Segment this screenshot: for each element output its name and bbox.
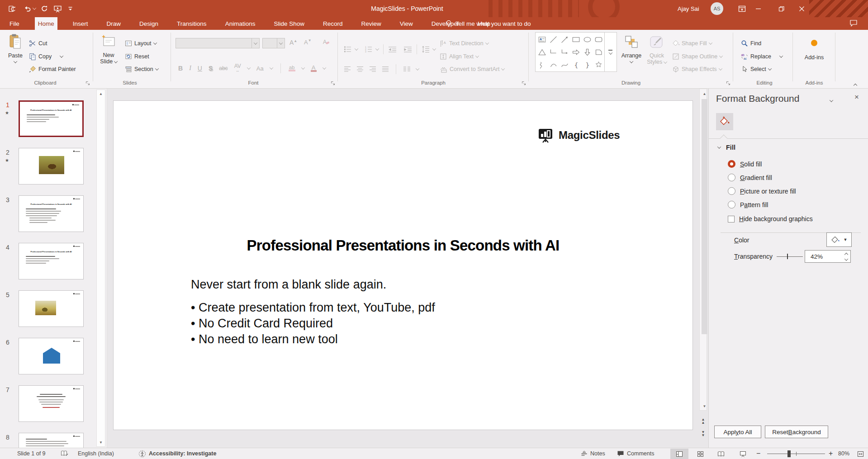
color-picker-button[interactable]: ▼ — [826, 232, 852, 247]
align-left-button[interactable] — [344, 66, 351, 72]
transparency-input[interactable]: 42% — [805, 250, 851, 263]
text-shadow-button[interactable]: S — [209, 65, 213, 72]
shape-left-brace-icon[interactable]: { — [570, 58, 582, 71]
shape-isosceles-triangle-icon[interactable] — [536, 46, 548, 58]
shape-scribble-icon[interactable] — [536, 58, 548, 71]
tab-view[interactable]: View — [397, 17, 416, 30]
paste-button[interactable]: Paste — [5, 32, 26, 63]
shape-right-brace-icon[interactable]: } — [582, 58, 593, 71]
shape-outline-button[interactable]: Shape Outline — [672, 53, 722, 60]
select-button[interactable]: Select — [741, 66, 771, 73]
tab-home[interactable]: Home — [35, 17, 57, 30]
scrollbar-thumb[interactable] — [702, 99, 707, 334]
shape-snip-corner-rectangle-icon[interactable] — [593, 46, 604, 58]
shape-arrow-icon[interactable] — [559, 33, 570, 46]
copy-button[interactable]: Copy — [29, 53, 63, 60]
find-button[interactable]: Find — [741, 40, 761, 47]
align-right-button[interactable] — [369, 66, 376, 72]
previous-slide-button[interactable]: ▲▲ — [699, 418, 707, 428]
zoom-slider[interactable] — [767, 448, 825, 459]
font-size-combo[interactable] — [262, 38, 285, 48]
next-slide-button[interactable]: ▼▼ — [699, 431, 707, 440]
tab-review[interactable]: Review — [358, 17, 384, 30]
shape-rounded-rectangle-icon[interactable] — [593, 33, 604, 46]
decrease-indent-button[interactable] — [388, 46, 397, 53]
language-indicator[interactable]: English (India) — [78, 448, 114, 459]
slideshow-view-button[interactable] — [734, 449, 752, 459]
replace-button[interactable]: abac Replace — [741, 53, 783, 60]
fill-tab[interactable] — [716, 113, 733, 130]
scrollbar-track[interactable]: ▲ ▼ — [699, 89, 707, 411]
hide-background-graphics-checkbox[interactable]: Hide background graphics — [728, 215, 813, 222]
zoom-level[interactable]: 80% — [838, 448, 849, 459]
shape-elbow-connector-icon[interactable] — [548, 46, 559, 58]
save-button[interactable] — [6, 3, 17, 14]
tell-me-search[interactable]: Tell me what you want to do — [446, 17, 531, 30]
align-center-button[interactable] — [356, 66, 364, 72]
tab-animations[interactable]: Animations — [222, 17, 259, 30]
numbering-button[interactable]: 123 — [365, 46, 373, 53]
bold-button[interactable]: B — [178, 65, 183, 72]
transparency-slider[interactable] — [777, 256, 803, 257]
scroll-down-button[interactable]: ▼ — [701, 402, 708, 410]
tab-design[interactable]: Design — [136, 17, 161, 30]
fill-option-gradient-fill[interactable]: Gradient fill — [728, 174, 772, 181]
reset-background-button[interactable]: Reset Background — [765, 426, 828, 438]
slide-thumbnail-5[interactable] — [19, 290, 84, 327]
section-button[interactable]: Section — [125, 66, 158, 73]
shape-star-icon[interactable] — [593, 58, 604, 71]
paragraph-dialog-launcher[interactable] — [521, 80, 526, 86]
reset-button[interactable]: Reset — [125, 53, 149, 60]
font-name-combo[interactable] — [175, 38, 260, 48]
comments-button[interactable]: Comments — [617, 448, 654, 459]
accessibility-button[interactable]: Accessibility: Investigate — [138, 448, 216, 459]
font-dialog-launcher[interactable] — [330, 80, 336, 86]
minimize-button[interactable] — [748, 0, 768, 17]
fill-option-picture-or-texture-fill[interactable]: Picture or texture fill — [728, 187, 796, 195]
account-name[interactable]: Ajay Sai — [678, 0, 699, 17]
share-comments-button[interactable] — [849, 19, 859, 28]
convert-to-smartart-button[interactable]: Convert to SmartArt — [440, 66, 504, 73]
customize-quick-access-button[interactable] — [66, 3, 74, 14]
start-slideshow-button[interactable] — [52, 3, 63, 14]
shape-oval-icon[interactable] — [582, 33, 593, 46]
redo-button[interactable] — [39, 3, 50, 14]
grow-font-button[interactable]: A▲ — [289, 39, 297, 46]
undo-button[interactable] — [22, 3, 33, 14]
shape-elbow-arrow-connector-icon[interactable] — [559, 46, 570, 58]
thumbnail-scrollbar[interactable]: ▲ ▼ — [96, 90, 105, 447]
columns-button[interactable] — [403, 66, 411, 72]
zoom-slider-handle[interactable] — [787, 450, 791, 457]
add-ins-button[interactable]: Add-ins — [802, 32, 827, 61]
scroll-up-button[interactable]: ▲ — [97, 90, 105, 98]
shape-effects-button[interactable]: Shape Effects — [672, 66, 722, 73]
zoom-out-button[interactable]: − — [756, 448, 760, 459]
shape-down-arrow-icon[interactable] — [582, 46, 593, 58]
slide-bullet-list[interactable]: • Create presentation from text, YouTube… — [191, 300, 435, 347]
transparency-spinner[interactable] — [845, 251, 848, 263]
slide-thumbnail-1[interactable]: Professional Presentations in Seconds wi… — [19, 100, 84, 137]
reading-view-button[interactable] — [712, 449, 730, 459]
slide-canvas[interactable]: MagicSlides Professional Presentations i… — [113, 100, 693, 430]
fit-to-window-button[interactable] — [854, 449, 867, 459]
panel-close-button[interactable]: × — [854, 93, 859, 102]
new-slide-button[interactable]: New Slide — [96, 32, 121, 65]
fill-option-solid-fill[interactable]: Solid fill — [728, 160, 762, 168]
tab-insert[interactable]: Insert — [70, 17, 91, 30]
slide-logo[interactable]: MagicSlides — [538, 127, 620, 143]
text-direction-button[interactable]: A Text Direction — [440, 40, 489, 47]
scroll-down-button[interactable]: ▼ — [97, 439, 105, 446]
clear-formatting-button[interactable]: A — [322, 38, 330, 46]
slider-handle[interactable] — [787, 254, 788, 259]
scroll-up-button[interactable]: ▲ — [701, 90, 708, 98]
font-color-button[interactable]: A — [311, 65, 317, 72]
highlight-color-button[interactable]: ab — [289, 66, 295, 71]
tab-record[interactable]: Record — [320, 17, 346, 30]
tab-transitions[interactable]: Transitions — [174, 17, 210, 30]
apply-to-all-button[interactable]: Apply to All — [714, 426, 761, 438]
slide-thumbnail-6[interactable] — [19, 338, 84, 374]
shape-curve-icon[interactable] — [559, 58, 570, 71]
strikethrough-button[interactable]: abc — [219, 65, 228, 71]
slide-sorter-view-button[interactable] — [691, 449, 709, 459]
slide-title[interactable]: Professional Presentations in Seconds wi… — [114, 237, 693, 254]
